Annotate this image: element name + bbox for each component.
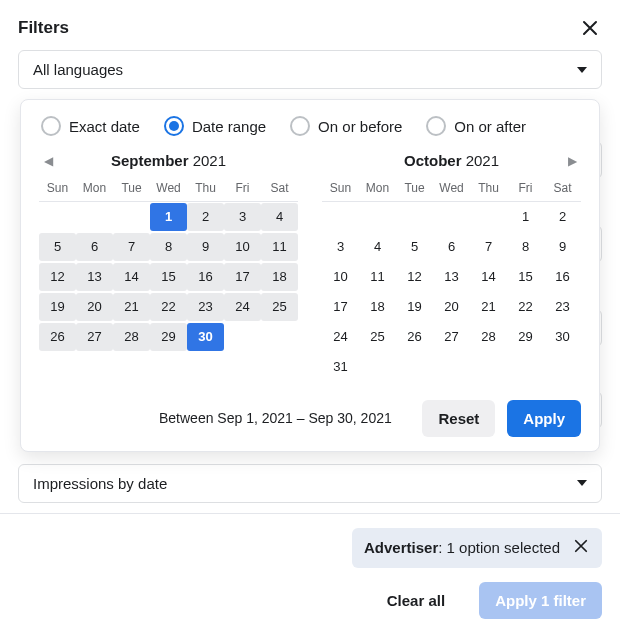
- reset-button[interactable]: Reset: [422, 400, 495, 437]
- calendar-day[interactable]: 8: [150, 233, 187, 261]
- date-range-card: Exact date Date range On or before On or…: [20, 99, 600, 452]
- calendar-day[interactable]: 18: [261, 263, 298, 291]
- page-title: Filters: [18, 18, 69, 38]
- calendar-day[interactable]: 12: [39, 263, 76, 291]
- calendar-day[interactable]: 18: [359, 293, 396, 321]
- calendar-day[interactable]: 26: [396, 323, 433, 351]
- impressions-dropdown-label: Impressions by date: [33, 475, 167, 492]
- calendar-dow: Thu: [187, 177, 224, 202]
- calendar-day[interactable]: 4: [261, 203, 298, 231]
- calendar-day[interactable]: 2: [187, 203, 224, 231]
- calendar-dow: Thu: [470, 177, 507, 202]
- radio-on-or-after[interactable]: On or after: [426, 116, 526, 136]
- prev-month-icon[interactable]: ◀: [39, 152, 57, 170]
- date-mode-radios: Exact date Date range On or before On or…: [39, 114, 581, 148]
- calendar-day[interactable]: 28: [113, 323, 150, 351]
- radio-on-or-before[interactable]: On or before: [290, 116, 402, 136]
- calendar-day[interactable]: 29: [150, 323, 187, 351]
- calendar-day[interactable]: 9: [544, 233, 581, 261]
- radio-icon: [41, 116, 61, 136]
- calendar-day[interactable]: 14: [470, 263, 507, 291]
- calendar-day[interactable]: 6: [76, 233, 113, 261]
- calendar-day[interactable]: 23: [544, 293, 581, 321]
- calendar-day[interactable]: 3: [224, 203, 261, 231]
- calendar-day[interactable]: 30: [187, 323, 224, 351]
- calendar-left: ◀ September 2021 SunMonTueWedThuFriSat12…: [39, 148, 298, 382]
- calendar-day[interactable]: 21: [470, 293, 507, 321]
- calendar-day[interactable]: 6: [433, 233, 470, 261]
- calendar-day[interactable]: 22: [507, 293, 544, 321]
- calendar-day[interactable]: 25: [359, 323, 396, 351]
- calendar-day[interactable]: 16: [187, 263, 224, 291]
- calendar-day[interactable]: 7: [470, 233, 507, 261]
- calendar-day[interactable]: 23: [187, 293, 224, 321]
- calendar-day[interactable]: 19: [396, 293, 433, 321]
- calendar-day[interactable]: 27: [433, 323, 470, 351]
- close-icon[interactable]: [578, 16, 602, 40]
- impressions-dropdown[interactable]: Impressions by date: [18, 464, 602, 503]
- calendar-day[interactable]: 25: [261, 293, 298, 321]
- calendar-day[interactable]: 15: [507, 263, 544, 291]
- languages-dropdown-label: All languages: [33, 61, 123, 78]
- radio-exact-date[interactable]: Exact date: [41, 116, 140, 136]
- calendar-dow: Mon: [76, 177, 113, 202]
- calendar-dow: Fri: [224, 177, 261, 202]
- calendar-day[interactable]: 30: [544, 323, 581, 351]
- chevron-down-icon: [577, 480, 587, 486]
- advertiser-chip: Advertiser: 1 option selected: [352, 528, 602, 568]
- calendar-day[interactable]: 17: [322, 293, 359, 321]
- calendar-day[interactable]: 15: [150, 263, 187, 291]
- calendar-day[interactable]: 21: [113, 293, 150, 321]
- calendar-dow: Wed: [433, 177, 470, 202]
- calendar-dow: Wed: [150, 177, 187, 202]
- calendar-day[interactable]: 11: [261, 233, 298, 261]
- calendar-day[interactable]: 5: [396, 233, 433, 261]
- date-summary-text: Between Sep 1, 2021 – Sep 30, 2021: [159, 410, 392, 426]
- calendar-day[interactable]: 8: [507, 233, 544, 261]
- calendar-day[interactable]: 27: [76, 323, 113, 351]
- calendar-day[interactable]: 5: [39, 233, 76, 261]
- calendar-left-title: September 2021: [111, 152, 226, 169]
- calendar-day[interactable]: 20: [433, 293, 470, 321]
- calendar-day[interactable]: 9: [187, 233, 224, 261]
- radio-label: Date range: [192, 118, 266, 135]
- calendar-right-title: October 2021: [404, 152, 499, 169]
- calendar-day[interactable]: 16: [544, 263, 581, 291]
- next-month-icon[interactable]: ▶: [563, 152, 581, 170]
- radio-icon: [290, 116, 310, 136]
- calendar-day[interactable]: 1: [507, 203, 544, 231]
- chip-text: Advertiser: 1 option selected: [364, 539, 560, 556]
- calendar-day[interactable]: 10: [322, 263, 359, 291]
- calendar-day[interactable]: 11: [359, 263, 396, 291]
- calendar-day[interactable]: 19: [39, 293, 76, 321]
- calendar-day[interactable]: 14: [113, 263, 150, 291]
- calendar-dow: Tue: [113, 177, 150, 202]
- calendar-day[interactable]: 24: [322, 323, 359, 351]
- calendar-day[interactable]: 31: [322, 353, 359, 381]
- close-icon[interactable]: [572, 538, 590, 558]
- apply-filters-button[interactable]: Apply 1 filter: [479, 582, 602, 619]
- calendar-day[interactable]: 7: [113, 233, 150, 261]
- calendar-day[interactable]: 10: [224, 233, 261, 261]
- calendar-day[interactable]: 1: [150, 203, 187, 231]
- calendar-day[interactable]: 12: [396, 263, 433, 291]
- calendar-day[interactable]: 17: [224, 263, 261, 291]
- calendar-day[interactable]: 26: [39, 323, 76, 351]
- calendar-day[interactable]: 24: [224, 293, 261, 321]
- calendar-day[interactable]: 13: [433, 263, 470, 291]
- radio-date-range[interactable]: Date range: [164, 116, 266, 136]
- calendar-day[interactable]: 29: [507, 323, 544, 351]
- calendar-day[interactable]: 2: [544, 203, 581, 231]
- calendar-day[interactable]: 28: [470, 323, 507, 351]
- radio-icon: [426, 116, 446, 136]
- calendar-dow: Fri: [507, 177, 544, 202]
- calendar-day[interactable]: 4: [359, 233, 396, 261]
- calendar-day[interactable]: 3: [322, 233, 359, 261]
- clear-all-button[interactable]: Clear all: [371, 582, 461, 619]
- languages-dropdown[interactable]: All languages: [18, 50, 602, 89]
- calendar-day[interactable]: 20: [76, 293, 113, 321]
- calendar-day[interactable]: 22: [150, 293, 187, 321]
- chevron-down-icon: [577, 67, 587, 73]
- apply-button[interactable]: Apply: [507, 400, 581, 437]
- calendar-day[interactable]: 13: [76, 263, 113, 291]
